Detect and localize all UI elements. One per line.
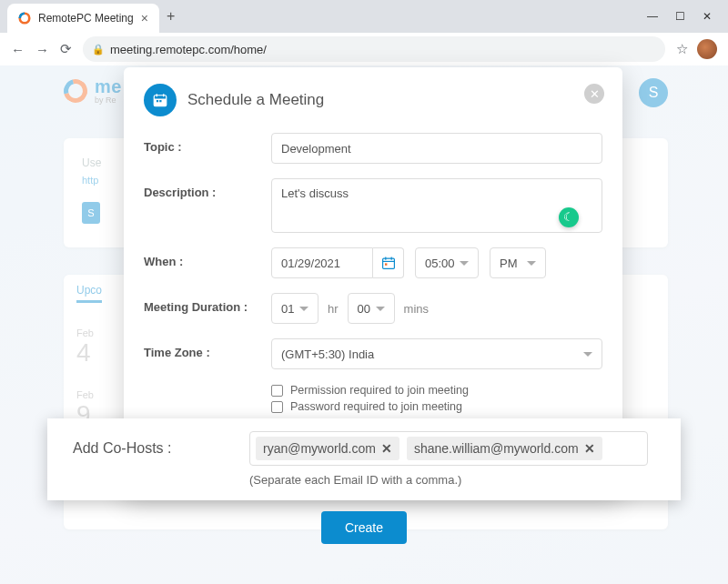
cohost-chip: shane.william@myworld.com ✕	[407, 437, 602, 460]
maximize-button[interactable]: ☐	[673, 10, 686, 23]
time-select[interactable]: 05:00	[415, 247, 479, 278]
minimize-button[interactable]: —	[646, 10, 659, 23]
date-input[interactable]: 01/29/2021	[271, 247, 373, 278]
lock-icon: 🔒	[92, 44, 105, 55]
address-bar: ← → ⟳ 🔒 meeting.remotepc.com/home/ ☆	[0, 33, 728, 65]
create-button[interactable]: Create	[321, 511, 407, 544]
create-button-row: Create	[0, 511, 728, 544]
cohost-email: ryan@myworld.com	[263, 441, 376, 456]
cohosts-label: Add Co-Hosts :	[73, 440, 228, 457]
cohost-chip: ryan@myworld.com ✕	[256, 437, 399, 460]
back-button[interactable]: ←	[11, 42, 25, 57]
window-controls: — ☐ ✕	[639, 10, 721, 23]
topic-label: Topic :	[144, 133, 271, 154]
forward-button[interactable]: →	[35, 42, 49, 57]
remove-cohost-icon[interactable]: ✕	[584, 441, 595, 456]
svg-rect-12	[385, 263, 387, 265]
url-text: meeting.remotepc.com/home/	[110, 43, 267, 56]
description-input[interactable]: Let's discuss	[271, 178, 602, 233]
moon-fab-icon[interactable]	[559, 207, 579, 227]
password-label: Password required to join meeting	[290, 400, 462, 413]
svg-rect-8	[382, 258, 394, 268]
description-label: Description :	[144, 178, 271, 199]
duration-hours-select[interactable]: 01	[271, 293, 318, 324]
modal-title: Schedule a Meeting	[187, 91, 324, 109]
permission-label: Permission required to join meeting	[290, 384, 469, 397]
hr-label: hr	[328, 302, 339, 316]
svg-rect-7	[159, 100, 161, 102]
timezone-select[interactable]: (GMT+5:30) India	[271, 338, 602, 369]
browser-tab[interactable]: RemotePC Meeting ×	[7, 4, 159, 33]
cohost-email: shane.william@myworld.com	[414, 441, 579, 456]
calendar-icon	[144, 84, 177, 116]
close-tab-icon[interactable]: ×	[141, 11, 148, 25]
timezone-label: Time Zone :	[144, 338, 271, 359]
favicon	[18, 12, 31, 25]
when-label: When :	[144, 247, 271, 268]
tab-title: RemotePC Meeting	[38, 12, 134, 25]
browser-chrome: RemotePC Meeting × + — ☐ ✕ ← → ⟳ 🔒 meeti…	[0, 0, 728, 66]
description-text: Let's discuss	[281, 186, 349, 200]
new-tab-button[interactable]: +	[167, 8, 175, 25]
url-field[interactable]: 🔒 meeting.remotepc.com/home/	[83, 36, 665, 62]
profile-avatar[interactable]	[697, 39, 717, 59]
add-cohosts-panel: Add Co-Hosts : ryan@myworld.com ✕ shane.…	[47, 418, 681, 500]
duration-mins-select[interactable]: 00	[348, 293, 395, 324]
modal-close-button[interactable]: ✕	[584, 84, 604, 104]
tab-bar: RemotePC Meeting × + — ☐ ✕	[0, 0, 728, 33]
bookmark-icon[interactable]: ☆	[676, 41, 688, 57]
close-window-button[interactable]: ✕	[701, 10, 713, 23]
duration-label: Meeting Duration :	[144, 293, 271, 314]
date-picker-icon[interactable]	[373, 247, 404, 278]
permission-checkbox[interactable]	[271, 385, 283, 397]
svg-rect-6	[157, 100, 158, 102]
reload-button[interactable]: ⟳	[60, 41, 72, 57]
cohosts-hint: (Separate each Email ID with a comma.)	[249, 473, 648, 487]
mins-label: mins	[404, 302, 429, 316]
cohosts-input[interactable]: ryan@myworld.com ✕ shane.william@myworld…	[249, 431, 648, 466]
password-checkbox[interactable]	[271, 401, 283, 413]
topic-input[interactable]	[271, 133, 602, 164]
ampm-select[interactable]: PM	[490, 247, 546, 278]
remove-cohost-icon[interactable]: ✕	[381, 441, 392, 456]
